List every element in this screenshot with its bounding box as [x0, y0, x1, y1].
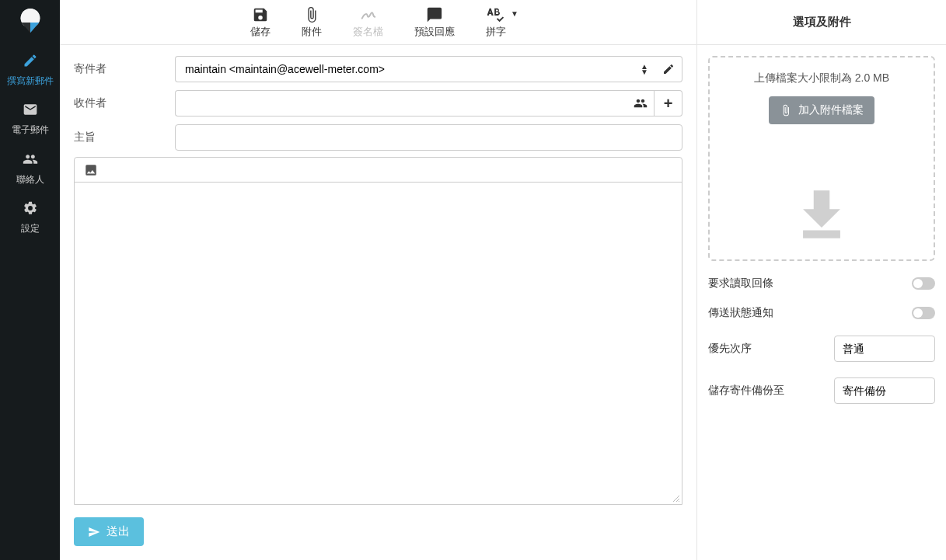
sidebar-item-mail[interactable]: 電子郵件: [0, 94, 60, 143]
responses-icon: [426, 6, 443, 23]
priority-select[interactable]: 普通: [834, 336, 935, 362]
sidebar-item-settings[interactable]: 設定: [0, 193, 60, 242]
to-label: 收件者: [74, 96, 167, 110]
subject-row: 主旨: [74, 124, 682, 151]
dropzone-icon: [790, 183, 853, 249]
option-label: 優先次序: [708, 342, 752, 356]
svg-marker-3: [30, 23, 39, 33]
read-receipt-toggle[interactable]: [912, 277, 935, 290]
paperclip-icon: [780, 104, 792, 117]
tool-label: 附件: [302, 25, 322, 39]
tool-label: 簽名檔: [353, 25, 383, 39]
option-dsn: 傳送狀態通知: [708, 306, 935, 320]
sidebar-item-label: 電子郵件: [2, 124, 58, 135]
options-list: 要求讀取回條 傳送狀態通知 優先次序 普通 儲存寄件備份至: [708, 277, 935, 404]
compose-toolbar: 儲存 附件 簽名檔 預設回應 拼字 ▼: [60, 0, 696, 45]
to-row: 收件者 +: [74, 90, 682, 117]
option-read-receipt: 要求讀取回條: [708, 277, 935, 290]
mail-icon: [2, 102, 58, 121]
paperclip-icon: [303, 6, 320, 23]
compose-form: 寄件者 maintain <maintain@acewell-meter.com…: [60, 45, 696, 151]
message-body[interactable]: [75, 183, 682, 493]
option-label: 儲存寄件備份至: [708, 384, 784, 398]
image-icon: [84, 163, 98, 177]
message-editor: [74, 157, 682, 505]
option-save-copy: 儲存寄件備份至 寄件備份: [708, 377, 935, 404]
save-copy-select[interactable]: 寄件備份: [834, 377, 935, 404]
settings-icon: [2, 200, 58, 220]
option-label: 要求讀取回條: [708, 277, 773, 290]
contacts-icon: [634, 96, 648, 110]
add-recipient-button[interactable]: +: [655, 90, 682, 117]
sidebar-item-label: 撰寫新郵件: [2, 75, 58, 86]
app-logo: [0, 0, 60, 45]
right-panel-title: 選項及附件: [697, 0, 946, 45]
upload-hint: 上傳檔案大小限制為 2.0 MB: [717, 71, 926, 85]
attachment-dropzone[interactable]: 上傳檔案大小限制為 2.0 MB 加入附件檔案: [708, 56, 935, 261]
sidebar-item-label: 聯絡人: [2, 174, 58, 185]
save-button[interactable]: 儲存: [246, 5, 275, 40]
sidebar-item-contacts[interactable]: 聯絡人: [0, 144, 60, 193]
attach-button-label: 加入附件檔案: [798, 103, 864, 117]
download-icon: [790, 183, 853, 246]
edit-identities-button[interactable]: [655, 56, 682, 82]
send-label: 送出: [106, 524, 130, 539]
option-label: 傳送狀態通知: [708, 306, 773, 320]
from-label: 寄件者: [74, 62, 167, 76]
sidebar: 撰寫新郵件 電子郵件 聯絡人 設定: [0, 0, 60, 560]
chevron-down-icon: ▼: [511, 9, 518, 18]
spellcheck-button[interactable]: 拼字 ▼: [481, 5, 511, 40]
from-select[interactable]: maintain <maintain@acewell-meter.com>: [175, 56, 655, 82]
dsn-toggle[interactable]: [912, 307, 935, 319]
compose-panel: 儲存 附件 簽名檔 預設回應 拼字 ▼ 寄件者: [60, 0, 697, 560]
compose-icon: [2, 53, 58, 72]
from-row: 寄件者 maintain <maintain@acewell-meter.com…: [74, 56, 682, 82]
compose-actions: 送出: [60, 505, 696, 560]
responses-button[interactable]: 預設回應: [410, 5, 459, 40]
sidebar-item-compose[interactable]: 撰寫新郵件: [0, 45, 60, 94]
option-priority: 優先次序 普通: [708, 336, 935, 362]
signature-icon: [360, 6, 377, 23]
add-attachment-button[interactable]: 加入附件檔案: [769, 96, 874, 124]
contacts-icon: [2, 151, 58, 171]
subject-label: 主旨: [74, 130, 167, 144]
tool-label: 拼字: [486, 25, 506, 39]
options-attachments-panel: 選項及附件 上傳檔案大小限制為 2.0 MB 加入附件檔案 要求讀取回條 傳送: [697, 0, 946, 560]
editor-toolbar: [75, 158, 682, 183]
subject-input[interactable]: [175, 124, 682, 151]
to-input[interactable]: [175, 90, 627, 117]
tool-label: 預設回應: [414, 25, 455, 39]
plus-icon: +: [664, 96, 673, 111]
save-icon: [252, 6, 269, 23]
insert-image-button[interactable]: [82, 162, 99, 179]
resize-handle[interactable]: [75, 493, 682, 504]
send-button[interactable]: 送出: [74, 517, 144, 546]
add-contact-button[interactable]: [627, 90, 655, 117]
sidebar-item-label: 設定: [2, 223, 58, 234]
attach-button[interactable]: 附件: [297, 5, 326, 40]
signature-button[interactable]: 簽名檔: [348, 5, 388, 40]
send-icon: [88, 526, 100, 538]
pencil-icon: [662, 63, 675, 75]
resize-icon: [672, 495, 680, 503]
tool-label: 儲存: [250, 25, 271, 39]
spellcheck-icon: [487, 6, 504, 23]
logo-icon: [16, 8, 45, 37]
